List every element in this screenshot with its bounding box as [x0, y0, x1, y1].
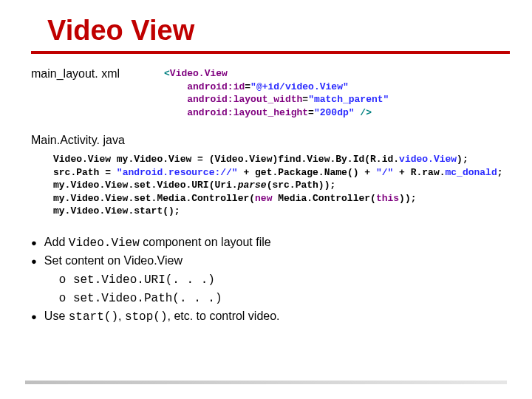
- xml-code: <Video.View android:id="@+id/video.View"…: [164, 67, 389, 119]
- bullet-2-sub-2: set.Video.Path(. . .): [31, 290, 510, 307]
- title-divider: [31, 51, 510, 54]
- bullet-1: Add Video.View component on layout file: [31, 234, 510, 251]
- xml-section: main_layout. xml <Video.View android:id=…: [31, 67, 510, 119]
- bullet-3: Use start(), stop(), etc. to control vid…: [31, 308, 510, 325]
- footer-bar: [25, 381, 507, 384]
- xml-label: main_layout. xml: [31, 67, 120, 113]
- bullet-2: Set content on Video.View: [31, 253, 510, 269]
- bullet-2-sub-1: set.Video.URI(. . .): [31, 271, 510, 288]
- java-code: Video.View my.Video.View = (Video.View)f…: [53, 153, 510, 218]
- java-label: Main.Activity. java: [31, 134, 510, 147]
- bullet-list: Add Video.View component on layout file …: [31, 234, 510, 326]
- slide: Video View main_layout. xml <Video.View …: [0, 0, 532, 335]
- slide-title: Video View: [47, 15, 510, 47]
